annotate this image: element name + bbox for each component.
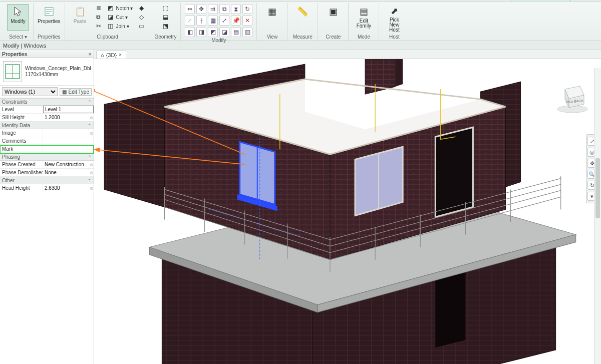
row-phase-created[interactable]: Phase Created New Construction ⎋ (0, 161, 94, 169)
tool-trim[interactable]: ⟋ (185, 16, 195, 26)
tool-m5[interactable]: ▤ (231, 27, 241, 37)
measure-button[interactable]: 📏 (291, 4, 314, 31)
geom-icon-2: ⬓ (162, 14, 169, 21)
group-phasing[interactable]: Phasing⌃ (0, 153, 94, 161)
panel-modify: ⇔ ✥ ⇉ ⧉ ⧗ ↻ ⟋ ⟊ ▦ ⤢ 📌 ✕ ◧ ◨ ◩ ◪ ▤ ▥ Modi… (181, 3, 257, 41)
3d-canvas[interactable]: RIGHT BACK ⤢ ◎ ✥ 🔍 ↻ ▾ (94, 59, 601, 364)
modify-button[interactable]: Modify (7, 4, 29, 31)
type-name[interactable]: Windows_Concept_Plain_Dbl 1170x1430mm (25, 66, 91, 78)
measure-icon: 📏 (296, 6, 309, 18)
row-head-height[interactable]: Head Height 2.6300 ⎋ (0, 184, 94, 192)
scrollbar-thumb[interactable] (595, 158, 600, 218)
g-icon-1: ◆ (138, 5, 145, 12)
chevron-icon: ⌃ (88, 100, 92, 105)
panel-label-measure: Measure (291, 34, 314, 41)
join-button[interactable]: ◫Join ▾ (106, 22, 134, 30)
sm-btn-g2[interactable]: ◇ (137, 13, 146, 21)
tool-array[interactable]: ▦ (208, 16, 218, 26)
row-phase-demolished[interactable]: Phase Demolished None ⎋ (0, 169, 94, 177)
phase-demolished-value[interactable]: None (43, 169, 89, 176)
tool-rotate[interactable]: ↻ (242, 4, 252, 14)
edit-type-button[interactable]: ▦ Edit Type (60, 88, 92, 96)
group-identity[interactable]: Identity Data⌃ (0, 122, 94, 129)
3d-scene (94, 59, 601, 364)
view-tab-close-icon[interactable]: × (119, 52, 122, 58)
anchor-icon[interactable]: ⎋ (89, 129, 94, 137)
tool-mirror[interactable]: ⧗ (231, 4, 241, 14)
panel-geometry: ⬚ ⬓ ⬔ Geometry (150, 3, 181, 41)
head-height-value[interactable]: 2.6300 (43, 184, 89, 192)
pick-host-label: Pick New Host (384, 18, 405, 33)
main-area: Properties × Windows_Concept_Plain_Dbl 1… (0, 50, 601, 364)
row-sill-height[interactable]: Sill Height 1.2000 ⎋ (0, 114, 94, 122)
view-tab-label: {3D} (106, 52, 117, 58)
group-other[interactable]: Other⌃ (0, 177, 94, 184)
sm-btn-clip[interactable]: ✂ (94, 22, 103, 30)
contextual-tab-modify-windows[interactable] (511, 0, 571, 2)
tool-offset[interactable]: ⇉ (208, 4, 218, 14)
tool-pin[interactable]: 📌 (231, 16, 241, 26)
geom-b2[interactable]: ⬓ (161, 13, 170, 21)
image-value[interactable] (43, 129, 89, 137)
chevron-icon: ⌃ (88, 178, 92, 183)
view-icon: ▦ (266, 6, 278, 18)
svg-marker-34 (435, 127, 473, 217)
pick-new-host-button[interactable]: ⬈ Pick New Host (383, 4, 405, 31)
phase-created-value[interactable]: New Construction (43, 161, 89, 168)
tool-split[interactable]: ⟊ (196, 16, 206, 26)
mark-value[interactable] (43, 145, 94, 153)
view-tab-3d[interactable]: ⌂ {3D} × (96, 51, 126, 59)
properties-close-icon[interactable]: × (89, 51, 92, 57)
geom-b1[interactable]: ⬚ (161, 4, 170, 12)
row-level[interactable]: Level Level 1 (0, 106, 94, 114)
create-button[interactable]: ▣ (322, 4, 344, 31)
row-mark[interactable]: Mark (0, 145, 94, 153)
properties-btn-label: Properties (38, 19, 61, 24)
properties-button[interactable]: Properties (38, 4, 60, 31)
panel-label-properties: Properties (38, 34, 61, 41)
properties-grid: Constraints⌃ Level Level 1 Sill Height 1… (0, 98, 94, 364)
level-value[interactable]: Level 1 (43, 106, 94, 113)
tool-m4[interactable]: ◪ (219, 27, 229, 37)
tool-delete[interactable]: ✕ (242, 16, 252, 26)
cut-button[interactable]: ◪Cut ▾ (106, 13, 134, 21)
paste-button[interactable]: 📋 Paste (69, 4, 91, 31)
tool-m2[interactable]: ◨ (196, 27, 206, 37)
anchor-icon[interactable]: ⎋ (89, 184, 94, 192)
tool-m3[interactable]: ◩ (208, 27, 218, 37)
anchor-icon[interactable]: ⎋ (89, 169, 94, 176)
type-selector[interactable]: Windows_Concept_Plain_Dbl 1170x1430mm ▾ (0, 58, 94, 86)
notch-button[interactable]: ◩Notch ▾ (106, 4, 134, 12)
ribbon-tabstrip (0, 0, 601, 2)
sm-btn-g1[interactable]: ◆ (137, 4, 146, 12)
sill-height-value[interactable]: 1.2000 (43, 114, 89, 121)
edit-family-button[interactable]: ▤ Edit Family (353, 4, 375, 31)
group-constraints[interactable]: Constraints⌃ (0, 98, 94, 106)
view-cube[interactable]: RIGHT BACK (555, 80, 590, 115)
comments-value[interactable] (43, 137, 94, 145)
cursor-icon (12, 6, 24, 18)
tool-m1[interactable]: ◧ (185, 27, 195, 37)
chevron-icon: ⌃ (88, 155, 92, 160)
tool-m6[interactable]: ▥ (242, 27, 252, 37)
view-button[interactable]: ▦ (261, 4, 283, 31)
anchor-icon[interactable]: ⎋ (89, 161, 94, 168)
panel-mode: ▤ Edit Family Mode (349, 3, 379, 41)
tool-move[interactable]: ✥ (196, 4, 206, 14)
row-comments[interactable]: Comments (0, 137, 94, 145)
row-image[interactable]: Image ⎋ (0, 129, 94, 137)
geom-b3[interactable]: ⬔ (161, 22, 170, 30)
panel-properties: Properties Properties (34, 3, 65, 41)
anchor-icon[interactable]: ⎋ (89, 114, 94, 121)
panel-create: ▣ Create (318, 3, 349, 41)
sm-btn-g3[interactable]: ▭ (137, 22, 146, 30)
sm-btn-copy[interactable]: ⧉ (94, 13, 103, 21)
vertical-scrollbar[interactable] (594, 68, 601, 364)
sm-btn-match[interactable]: ≣ (94, 4, 103, 12)
tool-align[interactable]: ⇔ (185, 4, 195, 14)
tool-copy[interactable]: ⧉ (219, 4, 229, 14)
tool-scale[interactable]: ⤢ (219, 16, 229, 26)
properties-panel-header[interactable]: Properties × (0, 50, 94, 58)
instance-filter-select[interactable]: Windows (1) (2, 87, 58, 96)
paste-label: Paste (74, 19, 87, 24)
